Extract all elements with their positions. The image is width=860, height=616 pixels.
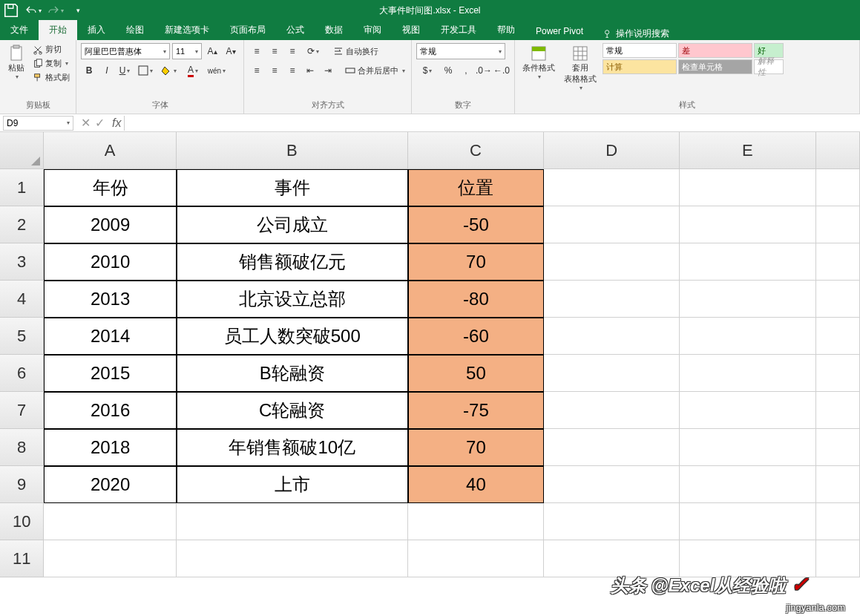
cell-A9[interactable]: 2020 — [44, 466, 176, 503]
cell-C9[interactable]: 40 — [408, 466, 544, 503]
cell-E7[interactable] — [680, 392, 815, 429]
cell-D2[interactable] — [544, 206, 680, 243]
cell-D5[interactable] — [544, 318, 680, 355]
copy-button[interactable]: 复制▾ — [31, 57, 71, 70]
tab-newtab[interactable]: 新建选项卡 — [154, 20, 220, 40]
cell-D4[interactable] — [544, 281, 680, 318]
style-calc[interactable]: 计算 — [603, 59, 677, 74]
cell-A11[interactable] — [44, 540, 176, 577]
comma-icon[interactable]: , — [458, 62, 474, 79]
row-header-11[interactable]: 11 — [0, 540, 44, 577]
wrap-text-button[interactable]: 自动换行 — [332, 43, 380, 59]
bold-button[interactable]: B — [81, 62, 97, 79]
font-name-select[interactable]: 阿里巴巴普惠体▾ — [81, 43, 170, 59]
cell-B6[interactable]: B轮融资 — [177, 355, 408, 392]
paste-button[interactable]: 粘贴 ▾ — [4, 43, 28, 82]
cell-E2[interactable] — [680, 206, 815, 243]
indent-left-icon[interactable]: ⇤ — [302, 62, 318, 79]
style-normal[interactable]: 常规 — [603, 43, 677, 58]
cell-A6[interactable]: 2015 — [44, 355, 176, 392]
cell-D8[interactable] — [544, 429, 680, 466]
row-header-1[interactable]: 1 — [0, 169, 44, 206]
cell-C4[interactable]: -80 — [408, 281, 544, 318]
font-color-button[interactable]: A▾ — [182, 62, 204, 79]
cell-D6[interactable] — [544, 355, 680, 392]
italic-button[interactable]: I — [99, 62, 115, 79]
undo-icon[interactable]: ▾ — [25, 2, 42, 19]
cell-C10[interactable] — [408, 503, 544, 540]
currency-icon[interactable]: $▾ — [416, 62, 439, 79]
tab-file[interactable]: 文件 — [0, 20, 39, 40]
cut-button[interactable]: 剪切 — [31, 43, 71, 56]
align-right-icon[interactable]: ≡ — [284, 62, 301, 79]
decrease-decimal-icon[interactable]: ←.0 — [493, 62, 510, 79]
indent-right-icon[interactable]: ⇥ — [320, 62, 336, 79]
enter-formula-icon[interactable]: ✓ — [95, 116, 105, 130]
cell-F1[interactable] — [816, 169, 860, 206]
tab-view[interactable]: 视图 — [392, 20, 430, 40]
cell-A8[interactable]: 2018 — [44, 429, 176, 466]
row-header-5[interactable]: 5 — [0, 318, 44, 355]
tab-help[interactable]: 帮助 — [487, 20, 525, 40]
cell-A7[interactable]: 2016 — [44, 392, 176, 429]
tab-formulas[interactable]: 公式 — [276, 20, 315, 40]
tab-layout[interactable]: 页面布局 — [220, 20, 276, 40]
cell-D10[interactable] — [544, 503, 680, 540]
save-icon[interactable] — [3, 2, 19, 19]
cell-E8[interactable] — [680, 429, 815, 466]
tab-dev[interactable]: 开发工具 — [430, 20, 487, 40]
font-size-select[interactable]: 11▾ — [172, 43, 202, 59]
number-format-select[interactable]: 常规▾ — [416, 43, 505, 59]
merge-button[interactable]: 合并后居中▾ — [344, 62, 407, 79]
col-header-F[interactable] — [816, 132, 860, 169]
col-header-D[interactable]: D — [544, 132, 680, 169]
cell-E3[interactable] — [680, 243, 815, 281]
orientation-icon[interactable]: ⟳▾ — [302, 43, 324, 59]
cell-styles-gallery[interactable]: 常规 差 好 计算 检查单元格 解释性 — [603, 43, 828, 74]
cell-E10[interactable] — [680, 503, 815, 540]
cell-A4[interactable]: 2013 — [44, 281, 176, 318]
cell-D9[interactable] — [544, 466, 680, 503]
row-header-6[interactable]: 6 — [0, 355, 44, 392]
row-header-8[interactable]: 8 — [0, 429, 44, 466]
align-top-icon[interactable]: ≡ — [249, 43, 265, 59]
name-box[interactable]: D9▾ — [3, 116, 73, 131]
style-bad[interactable]: 差 — [678, 43, 752, 58]
tab-review[interactable]: 审阅 — [353, 20, 392, 40]
cell-A10[interactable] — [44, 503, 176, 540]
cell-C8[interactable]: 70 — [408, 429, 544, 466]
border-button[interactable]: ▾ — [134, 62, 157, 79]
cell-A5[interactable]: 2014 — [44, 318, 176, 355]
cell-B7[interactable]: C轮融资 — [177, 392, 408, 429]
cell-E1[interactable] — [680, 169, 815, 206]
cell-E6[interactable] — [680, 355, 815, 392]
cell-B4[interactable]: 北京设立总部 — [177, 281, 408, 318]
formula-bar[interactable] — [124, 116, 860, 131]
cell-A3[interactable]: 2010 — [44, 243, 176, 281]
increase-font-icon[interactable]: A▴ — [204, 43, 220, 59]
style-check[interactable]: 检查单元格 — [678, 59, 752, 74]
phonetic-button[interactable]: wén▾ — [206, 62, 228, 79]
col-header-C[interactable]: C — [408, 132, 544, 169]
spreadsheet-grid[interactable]: A B C D E 1 年份 事件 位置 22009公司成立-50 32010销… — [0, 132, 860, 577]
align-center-icon[interactable]: ≡ — [266, 62, 283, 79]
increase-decimal-icon[interactable]: .0→ — [476, 62, 492, 79]
cell-C5[interactable]: -60 — [408, 318, 544, 355]
row-header-3[interactable]: 3 — [0, 243, 44, 281]
cell-A1[interactable]: 年份 — [44, 169, 176, 206]
qat-customize-icon[interactable]: ▾ — [70, 2, 86, 19]
row-header-2[interactable]: 2 — [0, 206, 44, 243]
align-left-icon[interactable]: ≡ — [249, 62, 265, 79]
col-header-B[interactable]: B — [177, 132, 408, 169]
cell-C2[interactable]: -50 — [408, 206, 544, 243]
cell-C6[interactable]: 50 — [408, 355, 544, 392]
fill-color-button[interactable]: ▾ — [158, 62, 180, 79]
row-header-4[interactable]: 4 — [0, 281, 44, 318]
cell-C1[interactable]: 位置 — [408, 169, 544, 206]
cell-D1[interactable] — [544, 169, 680, 206]
cell-A2[interactable]: 2009 — [44, 206, 176, 243]
cell-B1[interactable]: 事件 — [177, 169, 408, 206]
conditional-format-button[interactable]: 条件格式▾ — [519, 43, 558, 82]
cell-B9[interactable]: 上市 — [177, 466, 408, 503]
tab-home[interactable]: 开始 — [39, 20, 77, 40]
